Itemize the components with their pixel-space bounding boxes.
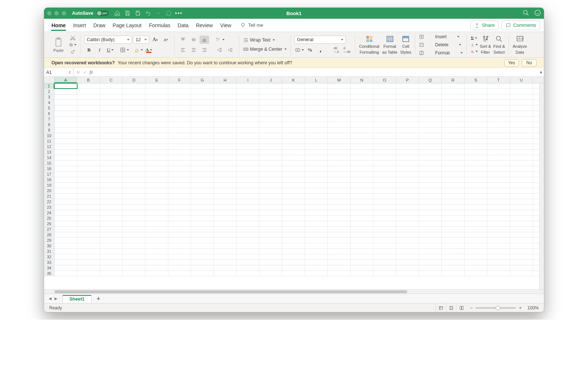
cell[interactable] [373, 89, 396, 94]
cell[interactable] [146, 271, 168, 276]
cell[interactable] [168, 111, 191, 116]
cell[interactable] [259, 243, 282, 248]
cell[interactable] [328, 183, 351, 188]
cell[interactable] [487, 271, 510, 276]
cell[interactable] [146, 177, 168, 182]
cell[interactable] [305, 260, 328, 265]
column-header[interactable]: I [237, 77, 259, 83]
cell[interactable] [442, 260, 465, 265]
cell[interactable] [396, 260, 419, 265]
row-header[interactable]: 10 [44, 133, 54, 138]
cell[interactable] [214, 210, 237, 215]
merge-center-button[interactable]: Merge & Center [243, 46, 287, 52]
cell[interactable] [373, 260, 396, 265]
cell[interactable] [237, 221, 259, 226]
cell[interactable] [396, 188, 419, 193]
cell[interactable] [305, 232, 328, 237]
cell[interactable] [328, 94, 351, 100]
cell[interactable] [77, 271, 100, 276]
cell[interactable] [77, 194, 100, 199]
cell[interactable] [419, 105, 442, 111]
cell[interactable] [282, 260, 305, 265]
cell[interactable] [282, 216, 305, 221]
cell[interactable] [54, 199, 77, 204]
cell[interactable] [191, 249, 214, 254]
cell[interactable] [100, 177, 123, 182]
cell[interactable] [259, 144, 282, 149]
cell[interactable] [146, 166, 168, 171]
cell[interactable] [123, 94, 146, 100]
normal-view-icon[interactable] [435, 304, 446, 312]
cell[interactable] [54, 216, 77, 221]
cell[interactable] [237, 133, 259, 138]
cell[interactable] [100, 139, 123, 144]
cell[interactable] [465, 150, 487, 155]
align-middle-icon[interactable] [189, 36, 198, 44]
column-header[interactable]: T [487, 77, 510, 83]
cell[interactable] [123, 100, 146, 105]
cell[interactable] [510, 265, 533, 270]
cell[interactable] [100, 144, 123, 149]
cell[interactable] [146, 89, 168, 94]
increase-decimal-icon[interactable]: .00→.0 [331, 46, 341, 54]
cell[interactable] [123, 227, 146, 232]
cell[interactable] [237, 122, 259, 127]
cell[interactable] [259, 210, 282, 215]
cell[interactable] [146, 150, 168, 155]
cell[interactable] [54, 128, 77, 133]
cell[interactable] [77, 83, 100, 89]
row-header[interactable]: 34 [44, 265, 54, 270]
clear-icon[interactable] [470, 49, 478, 54]
cell[interactable] [351, 105, 373, 111]
cell[interactable] [442, 83, 465, 89]
cell[interactable] [442, 116, 465, 122]
cell[interactable] [396, 155, 419, 160]
cell[interactable] [168, 116, 191, 122]
vertical-scrollbar[interactable] [539, 83, 544, 289]
cell[interactable] [168, 105, 191, 111]
cell[interactable] [328, 105, 351, 111]
cell[interactable] [259, 150, 282, 155]
cell[interactable] [100, 105, 123, 111]
cell[interactable] [54, 177, 77, 182]
cell[interactable] [259, 161, 282, 166]
tab-formulas[interactable]: Formulas [145, 20, 174, 30]
cell[interactable] [100, 227, 123, 232]
cell[interactable] [237, 249, 259, 254]
cell[interactable] [510, 271, 533, 276]
cell[interactable] [168, 238, 191, 243]
cell[interactable] [123, 238, 146, 243]
cell[interactable] [100, 232, 123, 237]
cell[interactable] [54, 122, 77, 127]
cell[interactable] [282, 199, 305, 204]
cell[interactable] [54, 94, 77, 100]
cell[interactable] [191, 94, 214, 100]
cell[interactable] [419, 199, 442, 204]
cell[interactable] [214, 188, 237, 193]
cell[interactable] [282, 83, 305, 89]
row-header[interactable]: 24 [44, 210, 54, 215]
insert-cells-button[interactable]: Insert [419, 33, 463, 40]
conditional-formatting-button[interactable]: ConditionalFormatting [359, 35, 379, 54]
cell[interactable] [54, 100, 77, 105]
cell[interactable] [305, 194, 328, 199]
cell[interactable] [100, 133, 123, 138]
cell[interactable] [54, 210, 77, 215]
cell[interactable] [237, 205, 259, 210]
cell[interactable] [419, 177, 442, 182]
cell[interactable] [100, 172, 123, 177]
cell[interactable] [305, 150, 328, 155]
cell[interactable] [282, 183, 305, 188]
cell[interactable] [419, 116, 442, 122]
cell[interactable] [442, 105, 465, 111]
cell[interactable] [77, 172, 100, 177]
cell[interactable] [237, 238, 259, 243]
cell[interactable] [77, 139, 100, 144]
cell[interactable] [282, 94, 305, 100]
cell[interactable] [100, 83, 123, 89]
cell[interactable] [100, 150, 123, 155]
cell[interactable] [282, 243, 305, 248]
cell[interactable] [396, 89, 419, 94]
row-header[interactable]: 21 [44, 194, 54, 199]
cell[interactable] [305, 227, 328, 232]
